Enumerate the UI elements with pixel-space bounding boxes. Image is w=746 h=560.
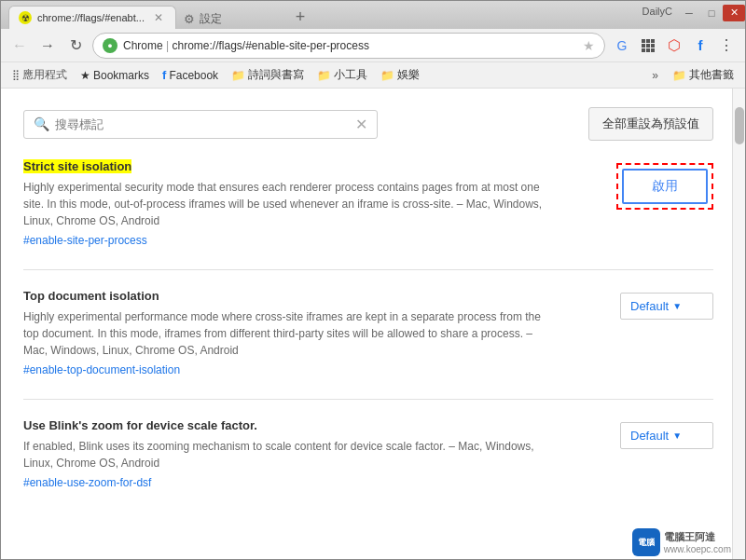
apps-icon[interactable]	[637, 34, 659, 57]
dropdown-arrow-3: ▼	[672, 430, 703, 441]
bm-more[interactable]: »	[647, 66, 663, 85]
bm-apps[interactable]: ⣿ 應用程式	[7, 64, 73, 86]
flag-link-1[interactable]: #enable-site-per-process	[23, 234, 147, 247]
folder-icon-tools: 📁	[317, 69, 331, 82]
bm-entertainment-label: 娛樂	[397, 67, 420, 83]
svg-rect-1	[646, 39, 650, 43]
flag-title-3: Use Blink's zoom for device scale factor…	[23, 418, 601, 432]
flag-title-1: Strict site isolation	[23, 159, 598, 173]
close-button[interactable]: ✕	[723, 5, 745, 21]
star-icon: ★	[80, 69, 90, 82]
omnibox-site-label: Chrome	[123, 39, 163, 52]
new-tab-button[interactable]: +	[288, 8, 312, 29]
flag-link-2[interactable]: #enable-top-document-isolation	[23, 363, 180, 376]
svg-rect-0	[642, 39, 645, 43]
flag-link-3[interactable]: #enable-use-zoom-for-dsf	[23, 476, 151, 489]
flag-item-top-document-isolation: Top document isolation Highly experiment…	[23, 289, 713, 376]
enable-button[interactable]: 啟用	[622, 169, 708, 204]
flag-control-3[interactable]: Default ▼	[620, 418, 713, 449]
tab-flags[interactable]: ☢ chrome://flags/#enabt... ✕	[8, 6, 176, 29]
watermark: 電腦 電腦王阿達 www.koepc.com	[632, 528, 731, 556]
bm-poetry-label: 詩詞與書寫	[248, 67, 304, 83]
bm-more-label: »	[652, 69, 658, 82]
folder-icon-poetry: 📁	[231, 69, 245, 82]
bm-facebook[interactable]: f Facebook	[157, 65, 224, 85]
bm-tools-label: 小工具	[334, 67, 367, 83]
search-icon: 🔍	[34, 116, 49, 131]
default-select-3[interactable]: Default ▼	[620, 422, 713, 449]
omnibox-url: chrome://flags/#enable-site-per-process	[172, 39, 368, 52]
watermark-text: 電腦王阿達 www.koepc.com	[664, 530, 731, 554]
tab-settings[interactable]: ⚙ 設定	[176, 8, 288, 29]
window-controls: DailyC ─ □ ✕	[637, 1, 745, 29]
maximize-button[interactable]: □	[700, 5, 723, 21]
reload-button[interactable]: ↻	[64, 34, 87, 57]
enable-button-dashed-box: 啟用	[616, 163, 713, 210]
bm-tools[interactable]: 📁 小工具	[311, 64, 373, 86]
reset-all-button[interactable]: 全部重設為預設值	[588, 107, 713, 141]
divider-1	[23, 269, 713, 270]
flag-control-2[interactable]: Default ▼	[620, 289, 713, 320]
bookmarks-bar: ⣿ 應用程式 ★ Bookmarks f Facebook 📁 詩詞與書寫 📁 …	[1, 62, 745, 89]
flag-row-3: Use Blink's zoom for device scale factor…	[23, 418, 713, 489]
google-translate-icon[interactable]: G	[611, 34, 633, 57]
bm-apps-label: 應用程式	[22, 67, 67, 83]
toolbar-icons: G ⬡ f ⋮	[611, 34, 738, 57]
flag-item-blink-zoom: Use Blink's zoom for device scale factor…	[23, 418, 713, 489]
bm-poetry[interactable]: 📁 詩詞與書寫	[226, 64, 310, 86]
omnibox[interactable]: ● Chrome | chrome://flags/#enable-site-p…	[92, 33, 605, 59]
gear-icon: ⚙	[184, 12, 195, 26]
search-bar: 🔍 ✕ 全部重設為預設值	[23, 107, 713, 141]
omnibox-favicon: ●	[103, 38, 117, 53]
minimize-button[interactable]: ─	[678, 5, 700, 21]
brand-icon[interactable]: ⬡	[663, 34, 685, 57]
tab-label-flags: chrome://flags/#enabt...	[37, 12, 145, 23]
flag-row-2: Top document isolation Highly experiment…	[23, 289, 713, 376]
fb-icon: f	[162, 68, 166, 82]
search-clear-button[interactable]: ✕	[355, 116, 367, 133]
select-label-3: Default	[630, 429, 669, 443]
page-content: 🔍 ✕ 全部重設為預設值 Strict site isolation Highl…	[1, 89, 732, 559]
watermark-site-name: 電腦王阿達	[664, 530, 731, 544]
tab-close-flags[interactable]: ✕	[154, 11, 163, 24]
daily-label: DailyC	[637, 6, 678, 20]
svg-rect-8	[651, 48, 655, 52]
svg-rect-2	[651, 39, 655, 43]
omnibox-content: Chrome | chrome://flags/#enable-site-per…	[123, 39, 577, 52]
watermark-url: www.koepc.com	[664, 544, 731, 554]
flag-description-3: If enabled, Blink uses its zooming mecha…	[23, 438, 546, 471]
flag-control-1: 啟用	[616, 159, 713, 210]
bm-bookmarks[interactable]: ★ Bookmarks	[75, 66, 155, 85]
bm-bookmarks-label: Bookmarks	[93, 69, 149, 82]
back-button[interactable]: ←	[8, 34, 31, 57]
svg-rect-6	[642, 48, 645, 52]
grid-icon: ⣿	[12, 69, 20, 81]
dropdown-arrow-2: ▼	[672, 301, 703, 311]
svg-rect-4	[646, 44, 650, 48]
bm-other[interactable]: 📁 其他書籤	[667, 64, 739, 86]
scrollbar-thumb[interactable]	[735, 107, 744, 144]
bm-other-label: 其他書籤	[689, 67, 734, 83]
flag-description-2: Highly experimental performance mode whe…	[23, 308, 546, 359]
forward-button[interactable]: →	[36, 34, 59, 57]
bookmark-star[interactable]: ★	[583, 38, 595, 53]
default-select-2[interactable]: Default ▼	[620, 293, 713, 320]
flag-title-2: Top document isolation	[23, 289, 601, 303]
tab-favicon-flags: ☢	[19, 11, 32, 24]
flag-description-1: Highly experimental security mode that e…	[23, 179, 546, 229]
svg-rect-3	[642, 44, 645, 48]
folder-icon-entertainment: 📁	[380, 69, 394, 82]
menu-button[interactable]: ⋮	[715, 34, 738, 57]
search-input-wrap[interactable]: 🔍 ✕	[23, 110, 378, 139]
flag-row-1: Strict site isolation Highly experimenta…	[23, 159, 713, 247]
search-input[interactable]	[55, 117, 350, 131]
scrollbar[interactable]	[732, 89, 745, 559]
bm-facebook-label: Facebook	[169, 69, 218, 82]
divider-2	[23, 399, 713, 400]
svg-rect-5	[651, 44, 655, 48]
select-label-2: Default	[630, 299, 669, 313]
bm-entertainment[interactable]: 📁 娛樂	[375, 64, 425, 86]
tab-label-settings: 設定	[200, 11, 222, 27]
flag-text-3: Use Blink's zoom for device scale factor…	[23, 418, 601, 489]
facebook-icon[interactable]: f	[689, 34, 711, 57]
